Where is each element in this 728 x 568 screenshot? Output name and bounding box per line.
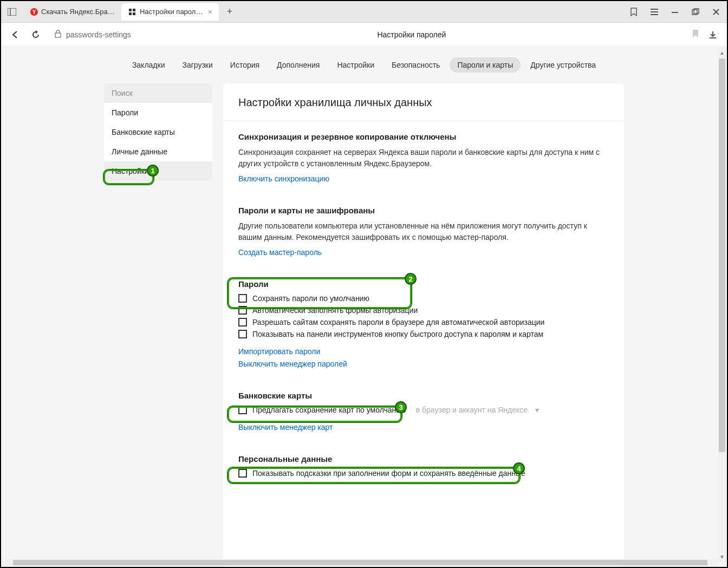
main-panels: Поиск Пароли Банковские карты Личные дан… — [1, 83, 727, 567]
scroll-thumb[interactable] — [719, 58, 725, 452]
link-enable-sync[interactable]: Включить синхронизацию — [238, 174, 329, 183]
chevron-down-icon[interactable]: ▾ — [535, 406, 539, 414]
label-save-passwords: Сохранять пароли по умолчанию — [252, 294, 369, 303]
titlebar: Y Скачать Яндекс.Браузер д Настройки пар… — [1, 1, 727, 23]
svg-rect-0 — [8, 8, 16, 16]
topnav-downloads[interactable]: Загрузки — [174, 57, 220, 73]
sidebar-item-personal[interactable]: Личные данные — [104, 142, 212, 161]
topnav-addons[interactable]: Дополнения — [269, 57, 327, 73]
tab-1[interactable]: Настройки паролей × — [121, 3, 219, 21]
row-form-hints: Показывать подсказки при заполнении форм… — [238, 469, 609, 478]
topnav-devices[interactable]: Другие устройства — [523, 57, 603, 73]
menu-icon[interactable] — [648, 5, 661, 18]
row-toolbar-btn: Показывать на панели инструментов кнопку… — [238, 330, 609, 338]
maximize-button[interactable] — [689, 5, 702, 18]
encrypt-heading: Пароли и карты не зашифрованы — [238, 206, 609, 215]
row-allow-sites: Разрешать сайтам сохранять пароли в брау… — [238, 318, 609, 327]
row-autofill: Автоматически заполнять формы авторизаци… — [238, 306, 609, 315]
label-allow-sites: Разрешать сайтам сохранять пароли в брау… — [252, 318, 544, 327]
content-area: Закладки Загрузки История Дополнения Нас… — [1, 47, 727, 567]
label-toolbar-btn: Показывать на панели инструментов кнопку… — [252, 330, 543, 338]
page-heading: Настройки хранилища личных данных — [238, 96, 609, 109]
address-bar: passwords-settings Настройки паролей — [1, 23, 727, 47]
section-encrypt: Пароли и карты не зашифрованы Другие пол… — [238, 206, 609, 260]
link-disable-cardmgr[interactable]: Выключить менеджер карт — [238, 423, 333, 432]
new-tab-button[interactable]: + — [222, 4, 237, 19]
link-import-passwords[interactable]: Импортировать пароли — [238, 347, 320, 356]
sync-text: Синхронизация сохраняет на серверах Янде… — [238, 147, 609, 169]
row-save-cards: Предлагать сохранение карт по умолчаниюв… — [238, 406, 609, 414]
topnav-bookmarks[interactable]: Закладки — [125, 57, 173, 73]
sidebar: Поиск Пароли Банковские карты Личные дан… — [104, 83, 212, 181]
tab-label: Настройки паролей — [140, 8, 204, 16]
svg-rect-6 — [129, 12, 132, 15]
sidebar-item-cards[interactable]: Банковские карты — [104, 122, 212, 142]
sidebar-item-passwords[interactable]: Пароли — [104, 103, 212, 122]
reload-button[interactable] — [29, 28, 42, 41]
page-title-omnibox: Настройки паролей — [131, 30, 692, 39]
topnav-history[interactable]: История — [223, 57, 267, 73]
scroll-up-icon[interactable]: ▲ — [718, 48, 726, 57]
svg-rect-7 — [133, 12, 135, 15]
sidebar-item-settings[interactable]: Настройки — [104, 161, 212, 181]
lock-icon — [54, 29, 62, 40]
section-cards: Банковские карты Предлагать сохранение к… — [238, 391, 609, 435]
label-save-cards: Предлагать сохранение карт по умолчанию — [252, 406, 406, 414]
vertical-scrollbar[interactable]: ▲ ▼ — [718, 48, 726, 562]
close-window-button[interactable] — [710, 5, 723, 18]
downloads-button[interactable] — [706, 28, 719, 41]
panel-toggle-icon[interactable] — [5, 5, 18, 18]
sidebar-search[interactable]: Поиск — [104, 83, 212, 103]
close-tab-icon[interactable]: × — [208, 8, 212, 16]
bookmark-flag-icon[interactable] — [627, 5, 640, 18]
label-form-hints: Показывать подсказки при заполнении форм… — [252, 469, 525, 478]
sync-heading: Синхронизация и резервное копирование от… — [238, 132, 609, 141]
svg-rect-16 — [55, 33, 61, 37]
scroll-down-icon[interactable]: ▼ — [718, 552, 726, 562]
scroll-track[interactable] — [718, 58, 726, 551]
topnav-security[interactable]: Безопасность — [384, 57, 447, 73]
passwords-heading: Пароли — [238, 279, 609, 289]
checkbox-toolbar-btn[interactable] — [238, 330, 247, 338]
settings-top-nav: Закладки Загрузки История Дополнения Нас… — [1, 47, 727, 83]
svg-text:Y: Y — [32, 9, 36, 15]
topnav-settings[interactable]: Настройки — [329, 57, 382, 73]
yandex-icon: Y — [30, 8, 38, 16]
row-save-passwords: Сохранять пароли по умолчанию — [238, 294, 609, 303]
topnav-passwords[interactable]: Пароли и карты — [450, 57, 521, 73]
encrypt-text: Другие пользователи компьютера или устан… — [238, 220, 609, 243]
link-create-master[interactable]: Создать мастер-пароль — [238, 248, 322, 257]
checkbox-form-hints[interactable] — [238, 469, 247, 478]
svg-rect-5 — [133, 9, 135, 11]
checkbox-save-cards[interactable] — [238, 406, 247, 414]
link-disable-pwmgr[interactable]: Выключить менеджер паролей — [238, 360, 347, 368]
window-controls — [627, 5, 723, 18]
tab-label: Скачать Яндекс.Браузер д — [41, 8, 115, 16]
cards-heading: Банковские карты — [238, 391, 609, 400]
label-autofill: Автоматически заполнять формы авторизаци… — [252, 306, 418, 315]
checkbox-autofill[interactable] — [238, 306, 247, 315]
minimize-button[interactable] — [668, 5, 681, 18]
checkbox-allow-sites[interactable] — [238, 318, 247, 327]
cards-hint[interactable]: в браузер и аккаунт на Яндексе — [416, 406, 528, 414]
section-sync: Синхронизация и резервное копирование от… — [238, 132, 609, 186]
hscroll-thumb[interactable] — [13, 560, 707, 565]
divider — [223, 121, 624, 121]
settings-fav-icon — [128, 8, 136, 16]
horizontal-scrollbar[interactable] — [2, 559, 718, 566]
svg-rect-4 — [129, 9, 132, 11]
tab-0[interactable]: Y Скачать Яндекс.Браузер д — [24, 3, 121, 21]
bookmark-icon[interactable] — [692, 29, 699, 40]
section-passwords: Пароли Сохранять пароли по умолчанию Авт… — [238, 279, 609, 371]
section-personal: Персональные данные Показывать подсказки… — [238, 454, 609, 478]
personal-heading: Персональные данные — [238, 454, 609, 463]
back-button[interactable] — [9, 28, 22, 41]
omnibox[interactable]: passwords-settings Настройки паролей — [50, 26, 699, 43]
url-text: passwords-settings — [66, 30, 131, 39]
settings-pane: Настройки хранилища личных данных Синхро… — [223, 83, 624, 567]
checkbox-save-passwords[interactable] — [238, 294, 247, 303]
